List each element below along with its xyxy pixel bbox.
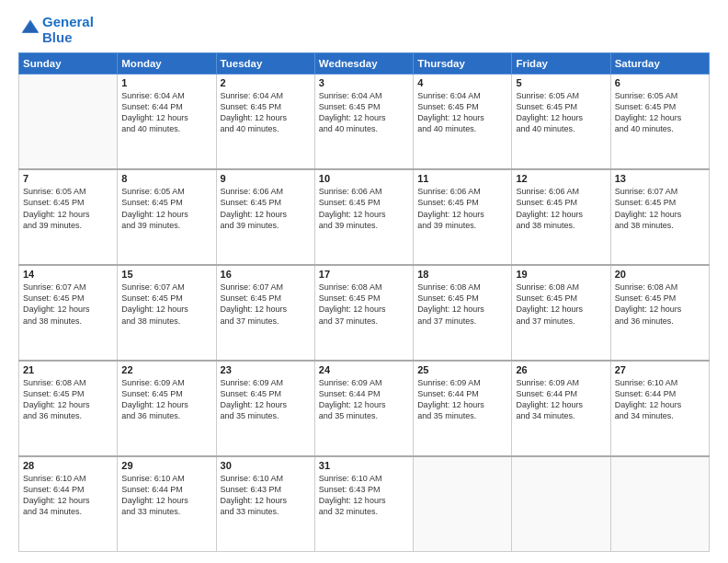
calendar-cell: 7Sunrise: 6:05 AMSunset: 6:45 PMDaylight…: [19, 169, 118, 265]
calendar-cell: 27Sunrise: 6:10 AMSunset: 6:44 PMDayligh…: [610, 361, 709, 456]
day-info: Sunrise: 6:10 AMSunset: 6:44 PMDaylight:…: [615, 377, 705, 422]
calendar-cell: 3Sunrise: 6:04 AMSunset: 6:45 PMDaylight…: [314, 75, 413, 170]
day-number: 14: [23, 269, 113, 280]
day-number: 2: [221, 77, 311, 88]
day-info: Sunrise: 6:07 AMSunset: 6:45 PMDaylight:…: [121, 282, 211, 327]
day-info: Sunrise: 6:08 AMSunset: 6:45 PMDaylight:…: [516, 282, 606, 327]
calendar-cell: 16Sunrise: 6:07 AMSunset: 6:45 PMDayligh…: [216, 265, 314, 361]
day-number: 18: [417, 269, 507, 280]
day-number: 15: [121, 269, 211, 280]
calendar-cell: 19Sunrise: 6:08 AMSunset: 6:45 PMDayligh…: [512, 265, 610, 361]
calendar-cell: 30Sunrise: 6:10 AMSunset: 6:43 PMDayligh…: [216, 456, 314, 552]
calendar-cell: [512, 456, 610, 552]
page: General Blue SundayMondayTuesdayWednesda…: [0, 0, 728, 563]
day-info: Sunrise: 6:09 AMSunset: 6:45 PMDaylight:…: [221, 377, 311, 422]
day-info: Sunrise: 6:09 AMSunset: 6:44 PMDaylight:…: [516, 377, 606, 422]
calendar-cell: 1Sunrise: 6:04 AMSunset: 6:44 PMDaylight…: [118, 75, 216, 170]
header: General Blue: [18, 15, 710, 45]
day-info: Sunrise: 6:06 AMSunset: 6:45 PMDaylight:…: [319, 186, 409, 231]
calendar-cell: 9Sunrise: 6:06 AMSunset: 6:45 PMDaylight…: [216, 169, 314, 265]
day-info: Sunrise: 6:06 AMSunset: 6:45 PMDaylight:…: [516, 186, 606, 231]
calendar-cell: 5Sunrise: 6:05 AMSunset: 6:45 PMDaylight…: [512, 75, 610, 170]
day-info: Sunrise: 6:08 AMSunset: 6:45 PMDaylight:…: [319, 282, 409, 327]
calendar-cell: 10Sunrise: 6:06 AMSunset: 6:45 PMDayligh…: [314, 169, 413, 265]
day-number: 8: [121, 173, 211, 184]
calendar-cell: 25Sunrise: 6:09 AMSunset: 6:44 PMDayligh…: [414, 361, 512, 456]
day-number: 27: [615, 364, 705, 375]
calendar-cell: [414, 456, 512, 552]
day-number: 30: [221, 460, 311, 471]
calendar-cell: 29Sunrise: 6:10 AMSunset: 6:44 PMDayligh…: [118, 456, 216, 552]
day-info: Sunrise: 6:05 AMSunset: 6:45 PMDaylight:…: [516, 90, 606, 135]
calendar-cell: 13Sunrise: 6:07 AMSunset: 6:45 PMDayligh…: [610, 169, 709, 265]
day-number: 12: [516, 173, 606, 184]
calendar-cell: 6Sunrise: 6:05 AMSunset: 6:45 PMDaylight…: [610, 75, 709, 170]
day-number: 29: [121, 460, 211, 471]
day-number: 10: [319, 173, 409, 184]
day-info: Sunrise: 6:04 AMSunset: 6:45 PMDaylight:…: [417, 90, 507, 135]
calendar-week-row: 14Sunrise: 6:07 AMSunset: 6:45 PMDayligh…: [19, 265, 710, 361]
day-info: Sunrise: 6:06 AMSunset: 6:45 PMDaylight:…: [417, 186, 507, 231]
day-number: 25: [417, 364, 507, 375]
day-number: 21: [23, 364, 113, 375]
weekday-header-tuesday: Tuesday: [216, 53, 314, 75]
weekday-header-sunday: Sunday: [19, 53, 118, 75]
calendar-cell: [610, 456, 709, 552]
day-info: Sunrise: 6:10 AMSunset: 6:43 PMDaylight:…: [319, 473, 409, 518]
calendar-cell: 4Sunrise: 6:04 AMSunset: 6:45 PMDaylight…: [414, 75, 512, 170]
calendar-cell: 26Sunrise: 6:09 AMSunset: 6:44 PMDayligh…: [512, 361, 610, 456]
day-number: 19: [516, 269, 606, 280]
weekday-header-friday: Friday: [512, 53, 610, 75]
logo-text: General Blue: [42, 15, 94, 45]
day-info: Sunrise: 6:04 AMSunset: 6:45 PMDaylight:…: [221, 90, 311, 135]
day-info: Sunrise: 6:09 AMSunset: 6:44 PMDaylight:…: [319, 377, 409, 422]
day-number: 22: [121, 364, 211, 375]
day-info: Sunrise: 6:05 AMSunset: 6:45 PMDaylight:…: [23, 186, 113, 231]
calendar-cell: 21Sunrise: 6:08 AMSunset: 6:45 PMDayligh…: [19, 361, 118, 456]
day-number: 1: [121, 77, 211, 88]
day-info: Sunrise: 6:08 AMSunset: 6:45 PMDaylight:…: [417, 282, 507, 327]
day-info: Sunrise: 6:08 AMSunset: 6:45 PMDaylight:…: [23, 377, 113, 422]
day-info: Sunrise: 6:10 AMSunset: 6:43 PMDaylight:…: [221, 473, 311, 518]
calendar-cell: 24Sunrise: 6:09 AMSunset: 6:44 PMDayligh…: [314, 361, 413, 456]
calendar-cell: 28Sunrise: 6:10 AMSunset: 6:44 PMDayligh…: [19, 456, 118, 552]
day-info: Sunrise: 6:10 AMSunset: 6:44 PMDaylight:…: [121, 473, 211, 518]
day-info: Sunrise: 6:04 AMSunset: 6:44 PMDaylight:…: [121, 90, 211, 135]
logo: General Blue: [18, 15, 94, 45]
calendar-week-row: 7Sunrise: 6:05 AMSunset: 6:45 PMDaylight…: [19, 169, 710, 265]
calendar-cell: 31Sunrise: 6:10 AMSunset: 6:43 PMDayligh…: [314, 456, 413, 552]
calendar-cell: 20Sunrise: 6:08 AMSunset: 6:45 PMDayligh…: [610, 265, 709, 361]
day-info: Sunrise: 6:07 AMSunset: 6:45 PMDaylight:…: [221, 282, 311, 327]
weekday-header-row: SundayMondayTuesdayWednesdayThursdayFrid…: [19, 53, 710, 75]
day-info: Sunrise: 6:07 AMSunset: 6:45 PMDaylight:…: [23, 282, 113, 327]
day-info: Sunrise: 6:09 AMSunset: 6:45 PMDaylight:…: [121, 377, 211, 422]
calendar-cell: 18Sunrise: 6:08 AMSunset: 6:45 PMDayligh…: [414, 265, 512, 361]
day-number: 4: [417, 77, 507, 88]
calendar-table: SundayMondayTuesdayWednesdayThursdayFrid…: [18, 52, 710, 552]
weekday-header-saturday: Saturday: [610, 53, 709, 75]
calendar-cell: 15Sunrise: 6:07 AMSunset: 6:45 PMDayligh…: [118, 265, 216, 361]
calendar-cell: 2Sunrise: 6:04 AMSunset: 6:45 PMDaylight…: [216, 75, 314, 170]
calendar-cell: 17Sunrise: 6:08 AMSunset: 6:45 PMDayligh…: [314, 265, 413, 361]
calendar-cell: 11Sunrise: 6:06 AMSunset: 6:45 PMDayligh…: [414, 169, 512, 265]
day-info: Sunrise: 6:06 AMSunset: 6:45 PMDaylight:…: [221, 186, 311, 231]
day-number: 20: [615, 269, 705, 280]
day-number: 3: [319, 77, 409, 88]
day-info: Sunrise: 6:04 AMSunset: 6:45 PMDaylight:…: [319, 90, 409, 135]
calendar-cell: 23Sunrise: 6:09 AMSunset: 6:45 PMDayligh…: [216, 361, 314, 456]
day-info: Sunrise: 6:05 AMSunset: 6:45 PMDaylight:…: [121, 186, 211, 231]
day-number: 17: [319, 269, 409, 280]
calendar-week-row: 28Sunrise: 6:10 AMSunset: 6:44 PMDayligh…: [19, 456, 710, 552]
calendar-cell: 12Sunrise: 6:06 AMSunset: 6:45 PMDayligh…: [512, 169, 610, 265]
day-number: 5: [516, 77, 606, 88]
day-number: 13: [615, 173, 705, 184]
day-number: 9: [221, 173, 311, 184]
calendar-cell: 14Sunrise: 6:07 AMSunset: 6:45 PMDayligh…: [19, 265, 118, 361]
logo-icon: [20, 18, 40, 39]
day-number: 23: [221, 364, 311, 375]
day-info: Sunrise: 6:07 AMSunset: 6:45 PMDaylight:…: [615, 186, 705, 231]
weekday-header-thursday: Thursday: [414, 53, 512, 75]
calendar-week-row: 21Sunrise: 6:08 AMSunset: 6:45 PMDayligh…: [19, 361, 710, 456]
weekday-header-wednesday: Wednesday: [314, 53, 413, 75]
day-info: Sunrise: 6:05 AMSunset: 6:45 PMDaylight:…: [615, 90, 705, 135]
